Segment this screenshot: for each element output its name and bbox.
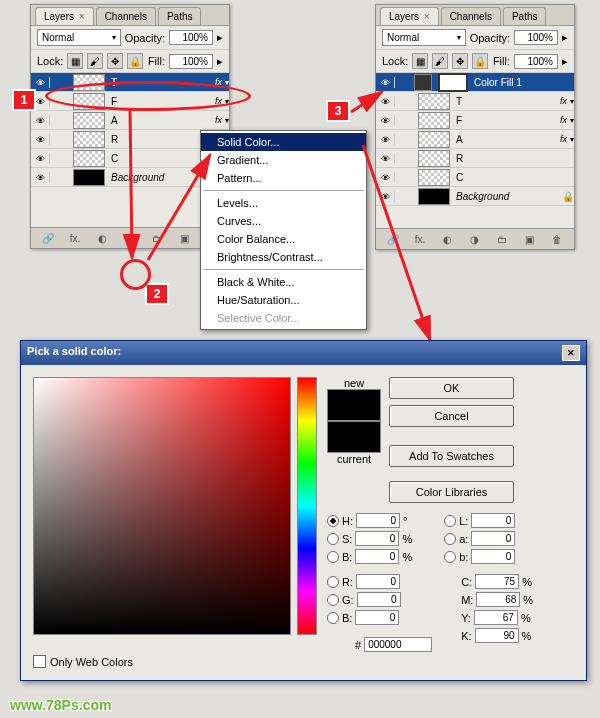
menu-color-balance[interactable]: Color Balance...	[201, 230, 366, 248]
fx-icon[interactable]: fx.	[412, 232, 428, 246]
hex-input[interactable]: 000000	[364, 637, 432, 652]
radio-r[interactable]	[327, 576, 339, 588]
radio-g[interactable]	[327, 594, 339, 606]
mask-icon[interactable]: ◐	[440, 232, 456, 246]
dialog-title: Pick a solid color:	[27, 345, 121, 361]
k-input[interactable]: 90	[475, 628, 519, 643]
opacity-label: Opacity:	[125, 32, 165, 44]
only-web-colors-checkbox[interactable]	[33, 655, 46, 668]
radio-b[interactable]	[327, 551, 339, 563]
radio-bb[interactable]	[327, 612, 339, 624]
opacity-input[interactable]: 100%	[169, 30, 213, 45]
layer-t[interactable]: Tfx▾	[376, 92, 574, 111]
layer-f[interactable]: Ffx▾	[376, 111, 574, 130]
bb-input[interactable]: 0	[355, 610, 399, 625]
step-marker-1: 1	[12, 89, 36, 111]
highlight-ellipse-1	[45, 81, 251, 111]
layer-color-fill-1[interactable]: Color Fill 1	[376, 73, 574, 92]
blend-mode-select[interactable]: Normal	[37, 29, 121, 46]
layer-a[interactable]: Afx▾	[31, 111, 229, 130]
lock-brush-icon[interactable]: 🖌	[87, 53, 103, 69]
radio-lb[interactable]	[444, 551, 456, 563]
fx-icon[interactable]: fx.	[67, 231, 83, 245]
menu-selective-color[interactable]: Selective Color...	[201, 309, 366, 327]
menu-pattern[interactable]: Pattern...	[201, 169, 366, 187]
b-input[interactable]: 0	[355, 549, 399, 564]
ok-button[interactable]: OK	[389, 377, 514, 399]
dialog-titlebar[interactable]: Pick a solid color: ✕	[21, 341, 586, 365]
lock-label: Lock:	[37, 55, 63, 67]
g-input[interactable]: 0	[357, 592, 401, 607]
menu-solid-color[interactable]: Solid Color...	[201, 133, 366, 151]
radio-la[interactable]	[444, 533, 456, 545]
r-input[interactable]: 0	[356, 574, 400, 589]
menu-hue-saturation[interactable]: Hue/Saturation...	[201, 291, 366, 309]
blend-mode-select[interactable]: Normal	[382, 29, 466, 46]
tab-paths[interactable]: Paths	[503, 7, 547, 25]
a-input[interactable]: 0	[471, 531, 515, 546]
radio-h[interactable]	[327, 515, 339, 527]
lock-label: Lock:	[382, 55, 408, 67]
lock-transparent-icon[interactable]: ▦	[412, 53, 428, 69]
adjustment-layer-icon[interactable]: ◑	[467, 232, 483, 246]
new-layer-icon[interactable]: ▣	[177, 231, 193, 245]
arrow-icon[interactable]: ▸	[562, 55, 568, 68]
layer-r[interactable]: R	[376, 149, 574, 168]
new-layer-icon[interactable]: ▣	[522, 232, 538, 246]
close-icon[interactable]: ✕	[562, 345, 580, 361]
panel-bottom-bar: 🔗 fx. ◐ ◑ 🗀 ▣ 🗑	[376, 228, 574, 249]
current-color-swatch[interactable]	[327, 421, 381, 453]
arrow-icon[interactable]: ▸	[217, 31, 223, 44]
link-layers-icon[interactable]: 🔗	[385, 232, 401, 246]
menu-black-white[interactable]: Black & White...	[201, 273, 366, 291]
m-input[interactable]: 68	[476, 592, 520, 607]
mask-icon[interactable]: ◐	[95, 231, 111, 245]
trash-icon[interactable]: 🗑	[549, 232, 565, 246]
panel-tabs: Layers × Channels Paths	[376, 5, 574, 26]
lock-brush-icon[interactable]: 🖌	[432, 53, 448, 69]
layers-panel-right: Layers × Channels Paths Normal Opacity: …	[375, 4, 575, 250]
layer-list: Color Fill 1 Tfx▾ Ffx▾ Afx▾ R C Backgrou…	[376, 73, 574, 206]
tab-channels[interactable]: Channels	[441, 7, 501, 25]
lock-transparent-icon[interactable]: ▦	[67, 53, 83, 69]
new-color-swatch	[327, 389, 381, 421]
h-input[interactable]: 0	[356, 513, 400, 528]
fill-input[interactable]: 100%	[514, 54, 558, 69]
eye-icon[interactable]	[31, 77, 50, 88]
radio-s[interactable]	[327, 533, 339, 545]
lock-all-icon[interactable]: 🔒	[127, 53, 143, 69]
color-field[interactable]	[33, 377, 291, 635]
link-layers-icon[interactable]: 🔗	[40, 231, 56, 245]
y-input[interactable]: 67	[474, 610, 518, 625]
arrow-icon[interactable]: ▸	[217, 55, 223, 68]
add-swatches-button[interactable]: Add To Swatches	[389, 445, 514, 467]
s-input[interactable]: 0	[355, 531, 399, 546]
layer-background[interactable]: Background🔒	[376, 187, 574, 206]
adjustment-layer-icon[interactable]: ◑	[122, 231, 138, 245]
hue-slider[interactable]	[297, 377, 317, 635]
c-input[interactable]: 75	[475, 574, 519, 589]
cancel-button[interactable]: Cancel	[389, 405, 514, 427]
menu-brightness-contrast[interactable]: Brightness/Contrast...	[201, 248, 366, 266]
menu-gradient[interactable]: Gradient...	[201, 151, 366, 169]
layer-c[interactable]: C	[376, 168, 574, 187]
lock-move-icon[interactable]: ✥	[107, 53, 123, 69]
lock-all-icon[interactable]: 🔒	[472, 53, 488, 69]
tab-layers[interactable]: Layers ×	[380, 7, 439, 25]
menu-curves[interactable]: Curves...	[201, 212, 366, 230]
l-input[interactable]: 0	[471, 513, 515, 528]
arrow-icon[interactable]: ▸	[562, 31, 568, 44]
color-libraries-button[interactable]: Color Libraries	[389, 481, 514, 503]
tab-layers[interactable]: Layers ×	[35, 7, 94, 25]
radio-l[interactable]	[444, 515, 456, 527]
tab-paths[interactable]: Paths	[158, 7, 202, 25]
fill-input[interactable]: 100%	[169, 54, 213, 69]
menu-levels[interactable]: Levels...	[201, 194, 366, 212]
opacity-input[interactable]: 100%	[514, 30, 558, 45]
layer-a[interactable]: Afx▾	[376, 130, 574, 149]
folder-icon[interactable]: 🗀	[494, 232, 510, 246]
folder-icon[interactable]: 🗀	[149, 231, 165, 245]
tab-channels[interactable]: Channels	[96, 7, 156, 25]
lock-move-icon[interactable]: ✥	[452, 53, 468, 69]
lb-input[interactable]: 0	[471, 549, 515, 564]
